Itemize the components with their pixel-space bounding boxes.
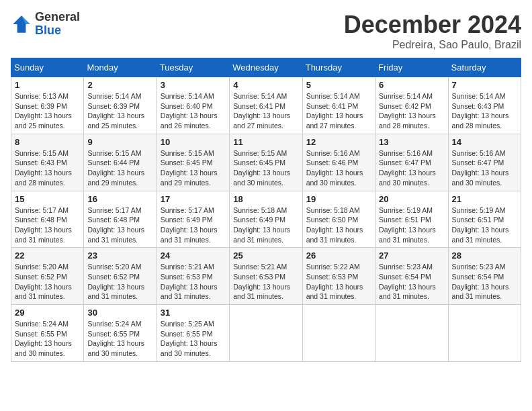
calendar-cell: 22Sunrise: 5:20 AMSunset: 6:52 PMDayligh…: [11, 248, 84, 305]
day-info: Sunrise: 5:25 AMSunset: 6:55 PMDaylight:…: [161, 319, 226, 359]
day-info: Sunrise: 5:22 AMSunset: 6:53 PMDaylight:…: [306, 262, 371, 302]
day-info: Sunrise: 5:16 AMSunset: 6:47 PMDaylight:…: [452, 148, 517, 188]
weekday-header-sunday: Sunday: [11, 58, 84, 77]
calendar-cell: 7Sunrise: 5:14 AMSunset: 6:43 PMDaylight…: [448, 77, 521, 134]
weekday-header-saturday: Saturday: [448, 58, 521, 77]
calendar-week-row: 29Sunrise: 5:24 AMSunset: 6:55 PMDayligh…: [11, 305, 521, 362]
day-info: Sunrise: 5:17 AMSunset: 6:48 PMDaylight:…: [15, 205, 80, 245]
day-number: 6: [379, 80, 444, 90]
day-number: 4: [233, 80, 298, 90]
day-info: Sunrise: 5:14 AMSunset: 6:39 PMDaylight:…: [87, 91, 152, 131]
day-info: Sunrise: 5:14 AMSunset: 6:41 PMDaylight:…: [233, 91, 298, 131]
day-number: 31: [161, 308, 226, 318]
logo-icon: [11, 13, 32, 35]
weekday-header-wednesday: Wednesday: [230, 58, 302, 77]
calendar-cell: 13Sunrise: 5:16 AMSunset: 6:47 PMDayligh…: [375, 134, 448, 191]
day-number: 26: [306, 250, 371, 261]
day-number: 5: [306, 80, 371, 90]
day-info: Sunrise: 5:24 AMSunset: 6:55 PMDaylight:…: [87, 319, 152, 359]
weekday-header-row: SundayMondayTuesdayWednesdayThursdayFrid…: [11, 58, 521, 77]
day-number: 23: [87, 250, 152, 261]
calendar-cell: 27Sunrise: 5:23 AMSunset: 6:54 PMDayligh…: [375, 248, 448, 305]
calendar-cell: 1Sunrise: 5:13 AMSunset: 6:39 PMDaylight…: [11, 77, 84, 134]
calendar-cell: 19Sunrise: 5:18 AMSunset: 6:50 PMDayligh…: [302, 191, 375, 248]
day-info: Sunrise: 5:19 AMSunset: 6:51 PMDaylight:…: [379, 205, 444, 245]
day-number: 27: [379, 250, 444, 261]
logo: General Blue: [11, 11, 80, 38]
day-number: 2: [87, 80, 152, 90]
month-title: December 2024: [344, 11, 521, 39]
calendar-cell: 15Sunrise: 5:17 AMSunset: 6:48 PMDayligh…: [11, 191, 84, 248]
day-info: Sunrise: 5:23 AMSunset: 6:54 PMDaylight:…: [452, 262, 517, 302]
day-info: Sunrise: 5:20 AMSunset: 6:52 PMDaylight:…: [87, 262, 152, 302]
day-info: Sunrise: 5:15 AMSunset: 6:44 PMDaylight:…: [87, 148, 152, 188]
calendar-cell: [448, 305, 521, 362]
weekday-header-thursday: Thursday: [302, 58, 375, 77]
day-number: 16: [87, 194, 152, 204]
calendar-week-row: 1Sunrise: 5:13 AMSunset: 6:39 PMDaylight…: [11, 77, 521, 134]
calendar-cell: 29Sunrise: 5:24 AMSunset: 6:55 PMDayligh…: [11, 305, 84, 362]
day-number: 30: [87, 308, 152, 318]
day-info: Sunrise: 5:16 AMSunset: 6:47 PMDaylight:…: [379, 148, 444, 188]
calendar-cell: 28Sunrise: 5:23 AMSunset: 6:54 PMDayligh…: [448, 248, 521, 305]
day-info: Sunrise: 5:15 AMSunset: 6:45 PMDaylight:…: [161, 148, 226, 188]
weekday-header-monday: Monday: [84, 58, 157, 77]
logo-general: General: [35, 11, 80, 24]
logo-text: General Blue: [35, 11, 80, 38]
calendar-cell: 30Sunrise: 5:24 AMSunset: 6:55 PMDayligh…: [84, 305, 157, 362]
calendar-cell: [375, 305, 448, 362]
calendar-cell: 12Sunrise: 5:16 AMSunset: 6:46 PMDayligh…: [302, 134, 375, 191]
calendar-week-row: 8Sunrise: 5:15 AMSunset: 6:43 PMDaylight…: [11, 134, 521, 191]
day-number: 25: [233, 250, 298, 261]
calendar-cell: [230, 305, 302, 362]
day-info: Sunrise: 5:15 AMSunset: 6:45 PMDaylight:…: [233, 148, 298, 188]
day-number: 28: [452, 250, 517, 261]
calendar-week-row: 22Sunrise: 5:20 AMSunset: 6:52 PMDayligh…: [11, 248, 521, 305]
weekday-header-tuesday: Tuesday: [157, 58, 229, 77]
calendar-cell: 14Sunrise: 5:16 AMSunset: 6:47 PMDayligh…: [448, 134, 521, 191]
calendar-cell: 11Sunrise: 5:15 AMSunset: 6:45 PMDayligh…: [230, 134, 302, 191]
day-number: 21: [452, 194, 517, 204]
day-info: Sunrise: 5:17 AMSunset: 6:48 PMDaylight:…: [87, 205, 152, 245]
day-number: 17: [161, 194, 226, 204]
weekday-header-friday: Friday: [375, 58, 448, 77]
calendar-cell: 26Sunrise: 5:22 AMSunset: 6:53 PMDayligh…: [302, 248, 375, 305]
page-header: General Blue December 2024 Pedreira, Sao…: [11, 11, 521, 51]
day-number: 12: [306, 137, 371, 147]
day-info: Sunrise: 5:14 AMSunset: 6:42 PMDaylight:…: [379, 91, 444, 131]
calendar-cell: 9Sunrise: 5:15 AMSunset: 6:44 PMDaylight…: [84, 134, 157, 191]
day-info: Sunrise: 5:20 AMSunset: 6:52 PMDaylight:…: [15, 262, 80, 302]
day-info: Sunrise: 5:24 AMSunset: 6:55 PMDaylight:…: [15, 319, 80, 359]
day-number: 9: [87, 137, 152, 147]
calendar-cell: 18Sunrise: 5:18 AMSunset: 6:49 PMDayligh…: [230, 191, 302, 248]
day-number: 20: [379, 194, 444, 204]
calendar-cell: 10Sunrise: 5:15 AMSunset: 6:45 PMDayligh…: [157, 134, 229, 191]
day-number: 13: [379, 137, 444, 147]
day-number: 1: [15, 80, 80, 90]
day-number: 10: [161, 137, 226, 147]
day-info: Sunrise: 5:15 AMSunset: 6:43 PMDaylight:…: [15, 148, 80, 188]
calendar-cell: 21Sunrise: 5:19 AMSunset: 6:51 PMDayligh…: [448, 191, 521, 248]
calendar-cell: 31Sunrise: 5:25 AMSunset: 6:55 PMDayligh…: [157, 305, 229, 362]
calendar-cell: 25Sunrise: 5:21 AMSunset: 6:53 PMDayligh…: [230, 248, 302, 305]
calendar-cell: 17Sunrise: 5:17 AMSunset: 6:49 PMDayligh…: [157, 191, 229, 248]
logo-blue: Blue: [35, 24, 80, 38]
calendar-cell: 6Sunrise: 5:14 AMSunset: 6:42 PMDaylight…: [375, 77, 448, 134]
calendar-cell: 3Sunrise: 5:14 AMSunset: 6:40 PMDaylight…: [157, 77, 229, 134]
calendar-cell: 24Sunrise: 5:21 AMSunset: 6:53 PMDayligh…: [157, 248, 229, 305]
calendar-cell: [302, 305, 375, 362]
day-info: Sunrise: 5:23 AMSunset: 6:54 PMDaylight:…: [379, 262, 444, 302]
day-number: 14: [452, 137, 517, 147]
title-block: December 2024 Pedreira, Sao Paulo, Brazi…: [344, 11, 521, 51]
day-number: 19: [306, 194, 371, 204]
day-info: Sunrise: 5:16 AMSunset: 6:46 PMDaylight:…: [306, 148, 371, 188]
day-info: Sunrise: 5:14 AMSunset: 6:41 PMDaylight:…: [306, 91, 371, 131]
day-number: 3: [161, 80, 226, 90]
day-number: 11: [233, 137, 298, 147]
day-info: Sunrise: 5:21 AMSunset: 6:53 PMDaylight:…: [233, 262, 298, 302]
location: Pedreira, Sao Paulo, Brazil: [344, 39, 521, 51]
day-number: 7: [452, 80, 517, 90]
calendar-week-row: 15Sunrise: 5:17 AMSunset: 6:48 PMDayligh…: [11, 191, 521, 248]
day-info: Sunrise: 5:13 AMSunset: 6:39 PMDaylight:…: [15, 91, 80, 131]
calendar-cell: 5Sunrise: 5:14 AMSunset: 6:41 PMDaylight…: [302, 77, 375, 134]
